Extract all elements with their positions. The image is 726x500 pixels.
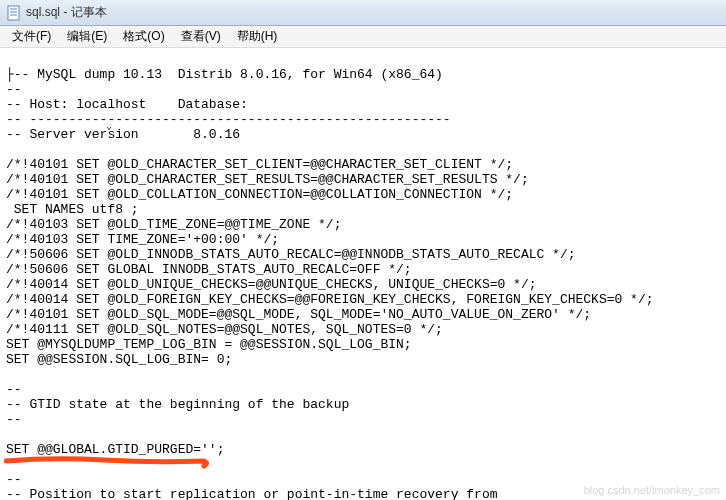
text-editor-content[interactable]: ├-- MySQL dump 10.13 Distrib 8.0.16, for… [0,48,726,500]
menu-help[interactable]: 帮助(H) [229,26,286,47]
line: -- Host: localhost Database: [6,97,248,112]
line: -- [6,412,22,427]
line: -- GTID state at the beginning of the ba… [6,397,349,412]
line: /*!40103 SET @OLD_TIME_ZONE=@@TIME_ZONE … [6,217,341,232]
window-titlebar: sql.sql - 记事本 [0,0,726,26]
line: /*!40103 SET TIME_ZONE='+00:00' */; [6,232,279,247]
watermark-text: blog.csdn.net/imonkey_com [584,484,720,496]
svg-rect-0 [8,6,19,20]
line: ├-- MySQL dump 10.13 Distrib 8.0.16, for… [6,67,443,82]
menu-bar: 文件(F) 编辑(E) 格式(O) 查看(V) 帮助(H) [0,26,726,48]
line: /*!40111 SET @OLD_SQL_NOTES=@@SQL_NOTES,… [6,322,443,337]
line: SET @@GLOBAL.GTID_PURGED=''; [6,442,224,457]
line: /*!50606 SET @OLD_INNODB_STATS_AUTO_RECA… [6,247,576,262]
menu-file[interactable]: 文件(F) [4,26,59,47]
line: -- [6,472,22,487]
notepad-icon [6,5,22,21]
line: -- Server version 8.0.16 [6,127,240,142]
line: -- [6,82,22,97]
line: /*!40101 SET @OLD_COLLATION_CONNECTION=@… [6,187,513,202]
line: SET @MYSQLDUMP_TEMP_LOG_BIN = @@SESSION.… [6,337,412,352]
line: /*!40014 SET @OLD_UNIQUE_CHECKS=@@UNIQUE… [6,277,537,292]
line: SET @@SESSION.SQL_LOG_BIN= 0; [6,352,232,367]
window-title: sql.sql - 记事本 [26,4,107,21]
line: -- [6,382,22,397]
line: /*!50606 SET GLOBAL INNODB_STATS_AUTO_RE… [6,262,412,277]
menu-view[interactable]: 查看(V) [173,26,229,47]
line: /*!40101 SET @OLD_CHARACTER_SET_RESULTS=… [6,172,529,187]
annotation-underline-icon [4,425,212,439]
line: SET NAMES utf8 ; [6,202,139,217]
line: /*!40014 SET @OLD_FOREIGN_KEY_CHECKS=@@F… [6,292,654,307]
line: -- -------------------------------------… [6,112,451,127]
menu-edit[interactable]: 编辑(E) [59,26,115,47]
line: /*!40101 SET @OLD_CHARACTER_SET_CLIENT=@… [6,157,513,172]
menu-format[interactable]: 格式(O) [115,26,172,47]
line: -- Position to start replication or poin… [6,487,497,500]
line: /*!40101 SET @OLD_SQL_MODE=@@SQL_MODE, S… [6,307,591,322]
